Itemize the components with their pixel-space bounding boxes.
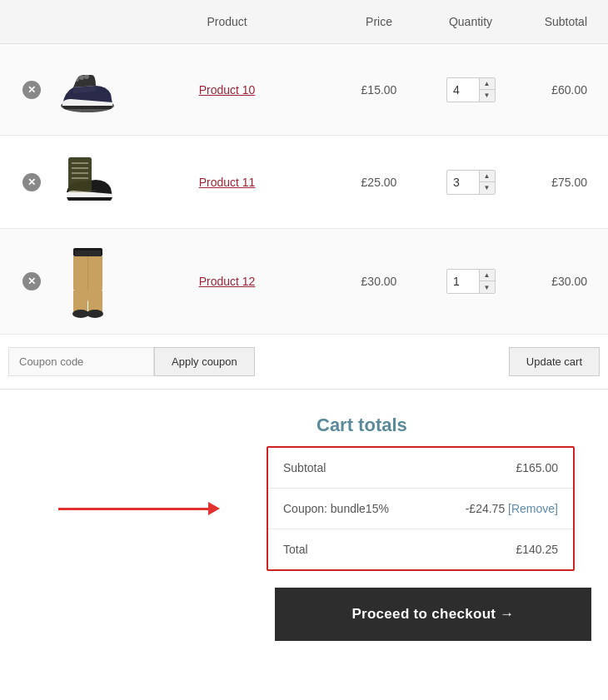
qty-up-10[interactable]: ▲	[480, 78, 495, 90]
product-price-11: £25.00	[333, 176, 425, 189]
quantity-input-12[interactable]	[447, 271, 479, 291]
arrow-indicator	[58, 502, 220, 515]
coupon-amount: -£24.75	[466, 502, 505, 515]
coupon-row-totals: Coupon: bundle15% -£24.75 [Remove]	[268, 489, 573, 529]
subtotal-11: £75.00	[516, 176, 600, 189]
proceed-to-checkout-button[interactable]: Proceed to checkout →	[275, 588, 591, 641]
header-product: Product	[121, 15, 333, 28]
subtotal-12: £30.00	[516, 275, 600, 288]
product-price-12: £30.00	[333, 275, 425, 288]
coupon-row: Apply coupon Update cart	[0, 335, 608, 390]
svg-point-3	[84, 74, 89, 79]
quantity-input-10[interactable]	[447, 80, 479, 100]
header-subtotal: Subtotal	[516, 15, 600, 28]
subtotal-10: £60.00	[516, 83, 600, 97]
remove-item-12[interactable]	[8, 272, 54, 290]
cart-table-header: Product Price Quantity Subtotal	[0, 0, 608, 44]
subtotal-row: Subtotal £165.00	[268, 448, 573, 489]
quantity-cell-11: ▲ ▼	[425, 170, 516, 195]
total-row: Total £140.25	[268, 529, 573, 569]
coupon-input[interactable]	[8, 347, 154, 376]
subtotal-label: Subtotal	[283, 461, 326, 474]
quantity-stepper-10[interactable]: ▲ ▼	[446, 77, 496, 102]
total-value: £140.25	[516, 543, 558, 556]
product-image-10	[54, 62, 121, 117]
update-cart-button[interactable]: Update cart	[509, 347, 600, 376]
table-row: Product 11 £25.00 ▲ ▼ £75.00	[0, 136, 608, 229]
table-row: Product 12 £30.00 ▲ ▼ £30.00	[0, 229, 608, 335]
svg-point-16	[87, 310, 103, 318]
svg-rect-13	[88, 290, 102, 313]
product-image-12	[54, 244, 121, 319]
quantity-stepper-11[interactable]: ▲ ▼	[446, 170, 496, 195]
apply-coupon-button[interactable]: Apply coupon	[154, 347, 255, 376]
svg-rect-12	[73, 290, 87, 313]
cart-totals-box: Subtotal £165.00 Coupon: bundle15% -£24.…	[267, 446, 575, 571]
qty-down-10[interactable]: ▼	[480, 90, 495, 102]
subtotal-value: £165.00	[516, 461, 558, 474]
qty-up-12[interactable]: ▲	[480, 270, 495, 281]
quantity-cell-10: ▲ ▼	[425, 77, 516, 102]
product-name-12[interactable]: Product 12	[121, 275, 333, 288]
product-price-10: £15.00	[333, 83, 425, 97]
remove-item-10[interactable]	[8, 81, 54, 99]
qty-down-12[interactable]: ▼	[480, 281, 495, 293]
product-name-11[interactable]: Product 11	[121, 176, 333, 189]
remove-icon[interactable]	[22, 81, 41, 99]
header-price: Price	[333, 15, 425, 28]
cart-totals-title: Cart totals	[316, 415, 591, 436]
total-label: Total	[283, 543, 308, 556]
header-quantity: Quantity	[425, 15, 516, 28]
svg-rect-11	[75, 251, 101, 257]
svg-point-2	[79, 75, 84, 80]
checkout-button-wrap: Proceed to checkout →	[17, 588, 591, 641]
arrow-shaft	[58, 508, 208, 510]
coupon-label: Coupon: bundle15%	[283, 502, 389, 515]
quantity-input-11[interactable]	[447, 172, 479, 192]
table-row: Product 10 £15.00 ▲ ▼ £60.00	[0, 44, 608, 136]
remove-icon[interactable]	[22, 272, 41, 290]
coupon-remove-link[interactable]: [Remove]	[508, 502, 558, 515]
remove-item-11[interactable]	[8, 173, 54, 191]
qty-down-11[interactable]: ▼	[480, 182, 495, 194]
svg-point-1	[74, 77, 79, 82]
product-image-11	[54, 151, 121, 213]
cart-totals-box-wrap: Subtotal £165.00 Coupon: bundle15% -£24.…	[17, 446, 591, 571]
coupon-discount: -£24.75 [Remove]	[466, 502, 558, 515]
quantity-stepper-12[interactable]: ▲ ▼	[446, 269, 496, 294]
quantity-cell-12: ▲ ▼	[425, 269, 516, 294]
cart-totals-section: Cart totals Subtotal £165.00 Coupon: bun…	[17, 415, 591, 571]
qty-up-11[interactable]: ▲	[480, 171, 495, 182]
remove-icon[interactable]	[22, 173, 41, 191]
product-name-10[interactable]: Product 10	[121, 83, 333, 97]
svg-rect-9	[68, 157, 92, 192]
arrow-head	[208, 502, 220, 515]
